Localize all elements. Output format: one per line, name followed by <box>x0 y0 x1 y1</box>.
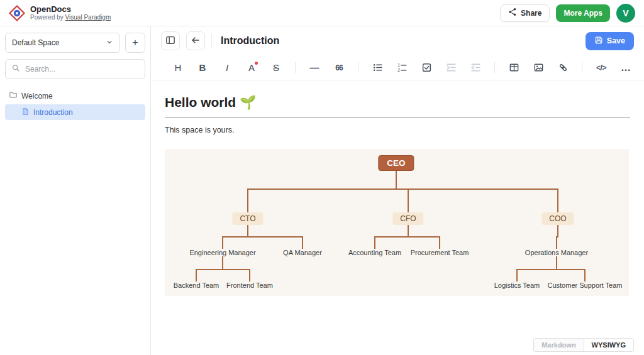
org-node-ceo: CEO <box>378 155 414 171</box>
header-divider <box>211 34 212 48</box>
formatting-toolbar: H B I A S — 66 12 <box>151 55 644 80</box>
markdown-tab[interactable]: Markdown <box>534 339 584 351</box>
share-icon <box>508 8 517 18</box>
org-node-coo: COO <box>541 212 574 225</box>
tree-item-label: Welcome <box>21 92 53 101</box>
document-header: Introduction Save <box>151 26 644 55</box>
org-node-proc: Procurement Team <box>411 248 469 257</box>
horizontal-rule-button[interactable]: — <box>306 60 323 76</box>
search-icon <box>11 63 20 75</box>
opendocs-logo-icon <box>9 5 25 21</box>
heading-button[interactable]: H <box>170 60 186 76</box>
body-row: Default Space + Welcome <box>0 26 644 355</box>
toolbar-separator <box>295 62 296 73</box>
org-node-cfo: CFO <box>392 212 423 225</box>
share-button[interactable]: Share <box>500 4 550 22</box>
wysiwyg-tab[interactable]: WYSIWYG <box>584 339 633 351</box>
bullet-list-button[interactable] <box>369 60 386 76</box>
document-heading: Hello world 🌱 <box>165 94 630 111</box>
folder-icon <box>9 90 18 101</box>
font-color-button[interactable]: A <box>243 60 260 76</box>
tree-item-label: Introduction <box>33 108 73 117</box>
sidebar-top: Default Space + <box>5 33 145 53</box>
save-label: Save <box>607 36 625 45</box>
search-input[interactable] <box>24 64 139 74</box>
org-chart: CEOCTOCFOCOOEngineering ManagerQA Manage… <box>165 149 629 296</box>
top-header: OpenDocs Powered by Visual Paradigm Shar… <box>0 0 644 26</box>
bold-button[interactable]: B <box>194 60 211 76</box>
heading-rule <box>165 117 630 118</box>
image-button[interactable] <box>530 60 547 76</box>
sidebar: Default Space + Welcome <box>0 26 151 355</box>
svg-text:1: 1 <box>397 63 400 67</box>
main-panel: Introduction Save H B I A S — 66 <box>151 26 644 355</box>
share-label: Share <box>521 9 541 18</box>
org-node-opsm: Operations Manager <box>525 248 588 257</box>
back-arrow-icon <box>191 35 201 47</box>
add-space-button[interactable]: + <box>125 33 145 53</box>
code-button[interactable]: </> <box>593 60 609 76</box>
sidebar-panel-icon <box>165 35 175 47</box>
link-button[interactable] <box>555 60 571 76</box>
document-paragraph: This space is yours. <box>165 126 630 135</box>
org-node-qa: QA Manager <box>283 248 322 257</box>
org-node-cto: CTO <box>232 212 263 225</box>
svg-text:2: 2 <box>397 68 400 72</box>
space-selector[interactable]: Default Space <box>5 33 120 53</box>
org-node-back: Backend Team <box>174 281 219 290</box>
page-tree: Welcome Introduction <box>5 88 145 120</box>
save-button[interactable]: Save <box>586 32 634 50</box>
org-node-acct: Accounting Team <box>348 248 401 257</box>
app-name: OpenDocs <box>30 5 111 14</box>
save-icon <box>594 36 603 46</box>
powered-by: Powered by Visual Paradigm <box>30 14 111 21</box>
more-button[interactable]: … <box>618 60 634 76</box>
brand-text: OpenDocs Powered by Visual Paradigm <box>30 5 111 21</box>
blockquote-button[interactable]: 66 <box>331 60 347 76</box>
powered-by-prefix: Powered by <box>30 14 65 21</box>
outdent-button[interactable] <box>467 60 484 76</box>
more-apps-button[interactable]: More Apps <box>556 4 610 22</box>
chevron-down-icon <box>106 38 113 48</box>
document-editor[interactable]: Hello world 🌱 This space is yours. CEOCT… <box>151 80 644 355</box>
back-button[interactable] <box>186 31 205 50</box>
strikethrough-button[interactable]: S <box>268 60 284 76</box>
page-title: Introduction <box>221 35 579 46</box>
org-node-front: Frontend Team <box>226 281 273 290</box>
table-button[interactable] <box>506 60 522 76</box>
toggle-sidebar-button[interactable] <box>161 31 180 50</box>
org-node-log: Logistics Team <box>494 281 540 290</box>
header-actions: Share More Apps V <box>500 4 635 23</box>
org-node-eng: Engineering Manager <box>189 248 255 257</box>
toolbar-separator <box>358 62 358 73</box>
editor-mode-switch: Markdown WYSIWYG <box>533 338 634 352</box>
org-node-cs: Customer Support Team <box>547 281 622 290</box>
numbered-list-button[interactable]: 12 <box>394 60 410 76</box>
document-icon <box>21 107 30 117</box>
brand: OpenDocs Powered by Visual Paradigm <box>9 5 111 21</box>
search-box[interactable] <box>5 59 145 79</box>
space-selector-label: Default Space <box>12 38 59 47</box>
app-window: OpenDocs Powered by Visual Paradigm Shar… <box>0 0 644 355</box>
toolbar-separator <box>494 62 495 73</box>
indent-button[interactable] <box>443 60 459 76</box>
color-indicator-dot <box>255 62 258 65</box>
sidebar-item-introduction[interactable]: Introduction <box>5 104 145 120</box>
toolbar-separator <box>582 62 582 73</box>
italic-button[interactable]: I <box>219 60 235 76</box>
sidebar-item-welcome[interactable]: Welcome <box>5 88 145 104</box>
avatar[interactable]: V <box>616 4 635 23</box>
visual-paradigm-link[interactable]: Visual Paradigm <box>65 14 111 21</box>
task-list-button[interactable] <box>418 60 435 76</box>
